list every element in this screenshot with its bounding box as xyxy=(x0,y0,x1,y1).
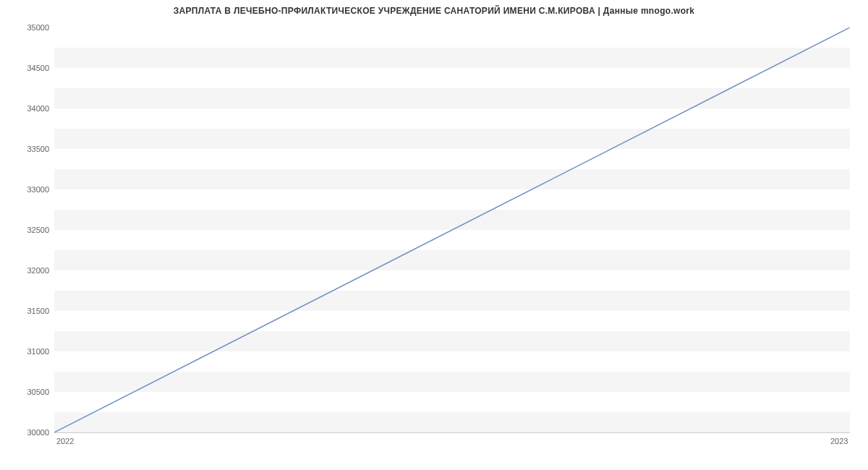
y-tick-label: 31500 xyxy=(6,307,49,315)
y-tick-label: 34500 xyxy=(6,64,49,72)
y-tick-label: 33500 xyxy=(6,145,49,153)
x-tick-label: 2022 xyxy=(56,437,74,445)
y-tick-label: 31000 xyxy=(6,347,49,356)
y-tick-label: 33000 xyxy=(6,185,49,194)
chart-container: ЗАРПЛАТА В ЛЕЧЕБНО-ПРФИЛАКТИЧЕСКОЕ УЧРЕЖ… xyxy=(0,0,868,470)
y-tick-label: 35000 xyxy=(6,23,49,32)
y-tick-label: 32000 xyxy=(6,266,49,275)
y-tick-label: 32500 xyxy=(6,226,49,234)
y-tick-label: 34000 xyxy=(6,104,49,113)
plot-area xyxy=(54,27,850,433)
chart-title: ЗАРПЛАТА В ЛЕЧЕБНО-ПРФИЛАКТИЧЕСКОЕ УЧРЕЖ… xyxy=(0,6,868,16)
y-tick-label: 30000 xyxy=(6,428,49,437)
x-tick-label: 2023 xyxy=(830,437,848,445)
y-tick-label: 30500 xyxy=(6,388,49,396)
